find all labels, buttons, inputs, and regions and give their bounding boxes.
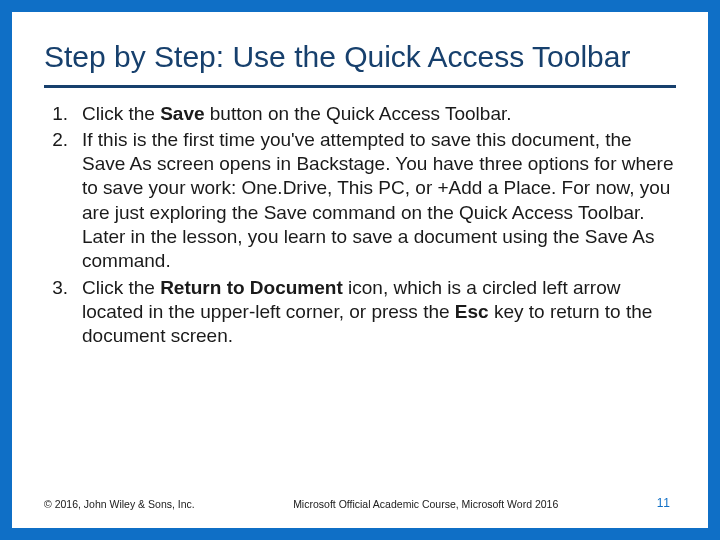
list-text: If this is the first time you've attempt… (82, 128, 676, 274)
slide: Step by Step: Use the Quick Access Toolb… (12, 12, 708, 528)
list-item: 3.Click the Return to Document icon, whi… (44, 276, 676, 349)
slide-body: 1.Click the Save button on the Quick Acc… (44, 102, 676, 489)
footer-copyright: © 2016, John Wiley & Sons, Inc. (44, 498, 195, 510)
slide-title: Step by Step: Use the Quick Access Toolb… (44, 40, 676, 88)
list-number: 2. (44, 128, 82, 274)
footer-page-number: 11 (657, 496, 676, 510)
list-number: 3. (44, 276, 82, 349)
list-number: 1. (44, 102, 82, 126)
footer-course: Microsoft Official Academic Course, Micr… (195, 498, 657, 510)
list-item: 2.If this is the first time you've attem… (44, 128, 676, 274)
list-item: 1.Click the Save button on the Quick Acc… (44, 102, 676, 126)
list-text: Click the Return to Document icon, which… (82, 276, 676, 349)
list-text: Click the Save button on the Quick Acces… (82, 102, 676, 126)
slide-footer: © 2016, John Wiley & Sons, Inc. Microsof… (44, 496, 676, 510)
